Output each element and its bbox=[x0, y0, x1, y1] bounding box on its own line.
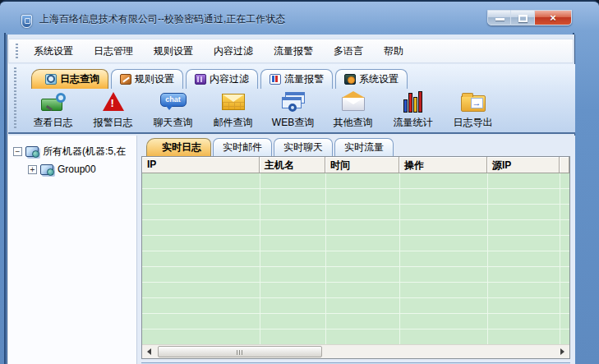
window-controls: × bbox=[487, 10, 572, 25]
view-log-button[interactable]: 查看日志 bbox=[23, 90, 83, 132]
tree-item-all-machines[interactable]: − 所有机器(机器:5,在 bbox=[8, 142, 136, 160]
log-tab-label: 实时流量 bbox=[344, 141, 384, 154]
table-body-empty bbox=[142, 173, 569, 344]
window-title: 上海百络信息技术有限公司--校验密码通过,正在工作状态 bbox=[39, 12, 285, 26]
mail-query-button[interactable]: 邮件查询 bbox=[203, 90, 263, 132]
tab-rule-settings[interactable]: 规则设置 bbox=[111, 69, 183, 89]
system-settings-icon bbox=[344, 74, 356, 85]
menu-system-settings[interactable]: 系统设置 bbox=[26, 41, 81, 62]
minimize-icon bbox=[495, 18, 505, 21]
minimize-button[interactable] bbox=[487, 10, 511, 25]
log-tab-label: 实时聊天 bbox=[283, 141, 323, 154]
close-button[interactable]: × bbox=[535, 10, 572, 25]
mail-query-icon bbox=[222, 94, 245, 110]
other-query-button[interactable]: 其他查询 bbox=[323, 90, 383, 132]
tab-realtime-traffic[interactable]: 实时流量 bbox=[334, 138, 394, 156]
collapse-box-icon[interactable]: − bbox=[13, 147, 22, 156]
grid-line bbox=[560, 173, 560, 344]
network-computers-icon bbox=[25, 146, 39, 157]
machine-tree-panel: − 所有机器(机器:5,在 + Group00 bbox=[8, 136, 137, 364]
tree-item-label: 所有机器(机器:5,在 bbox=[43, 145, 126, 159]
tool-label: 日志导出 bbox=[454, 116, 493, 130]
tool-label: WEB查询 bbox=[272, 116, 314, 130]
tool-label: 其他查询 bbox=[334, 116, 373, 130]
grid-line bbox=[487, 173, 488, 344]
other-query-icon bbox=[342, 97, 365, 111]
expand-box-icon[interactable]: + bbox=[28, 165, 37, 174]
tab-realtime-mail[interactable]: 实时邮件 bbox=[213, 138, 272, 156]
grid-line bbox=[399, 173, 400, 344]
log-tab-strip: 实时日志 实时邮件 实时聊天 实时流量 bbox=[146, 137, 395, 156]
log-tab-label: 实时邮件 bbox=[223, 141, 262, 154]
maximize-button[interactable] bbox=[511, 10, 535, 25]
window-left-border bbox=[4, 33, 6, 364]
menu-help[interactable]: 帮助 bbox=[376, 41, 411, 62]
menu-bar: 系统设置 日志管理 规则设置 内容过滤 流量报警 多语言 帮助 bbox=[8, 39, 574, 63]
menu-log-management[interactable]: 日志管理 bbox=[86, 41, 141, 62]
main-tab-strip: 日志查询 规则设置 内容过滤 流量报警 系统设置 bbox=[31, 67, 410, 89]
scroll-right-button[interactable] bbox=[555, 345, 569, 358]
alarm-log-icon: ! bbox=[103, 92, 124, 111]
log-view-panel: 实时日志 实时邮件 实时聊天 实时流量 IP 主机名 bbox=[141, 136, 570, 364]
column-header-hostname[interactable]: 主机名 bbox=[260, 157, 325, 173]
column-header-corner bbox=[560, 157, 569, 173]
scroll-left-button[interactable] bbox=[142, 345, 156, 358]
tree-item-group00[interactable]: + Group00 bbox=[8, 160, 136, 178]
horizontal-scrollbar[interactable] bbox=[142, 344, 569, 358]
column-header-operation[interactable]: 操作 bbox=[399, 157, 487, 173]
tab-label: 规则设置 bbox=[135, 72, 174, 86]
content-filter-icon bbox=[195, 74, 206, 85]
tab-realtime-chat[interactable]: 实时聊天 bbox=[274, 138, 333, 156]
scrollbar-thumb[interactable] bbox=[158, 346, 322, 357]
tab-realtime-log[interactable]: 实时日志 bbox=[146, 138, 211, 156]
realtime-log-table: IP 主机名 时间 操作 源IP bbox=[141, 156, 570, 359]
column-header-ip[interactable]: IP bbox=[142, 157, 260, 173]
traffic-stats-icon bbox=[403, 91, 422, 113]
web-query-icon bbox=[280, 92, 306, 112]
menu-content-filter[interactable]: 内容过滤 bbox=[206, 41, 260, 62]
rule-settings-icon bbox=[120, 74, 131, 85]
tool-label: 邮件查询 bbox=[214, 116, 253, 130]
ribbon-band: 日志查询 规则设置 内容过滤 流量报警 系统设置 bbox=[8, 64, 575, 134]
toolbar-drag-handle[interactable] bbox=[14, 67, 16, 128]
web-query-button[interactable]: WEB查询 bbox=[263, 90, 323, 132]
column-header-source-ip[interactable]: 源IP bbox=[487, 157, 560, 173]
tool-label: 报警日志 bbox=[94, 116, 133, 130]
traffic-stats-button[interactable]: 流量统计 bbox=[383, 90, 443, 132]
chat-query-button[interactable]: chat 聊天查询 bbox=[143, 90, 203, 132]
tab-content-filter[interactable]: 内容过滤 bbox=[186, 69, 258, 89]
arrow-right-icon bbox=[560, 348, 564, 355]
tab-label: 流量报警 bbox=[284, 72, 324, 86]
arrow-left-icon bbox=[147, 348, 151, 355]
content-area: − 所有机器(机器:5,在 + Group00 实时日志 实时邮件 bbox=[8, 136, 575, 364]
tool-label: 流量统计 bbox=[394, 116, 433, 130]
menu-rule-settings[interactable]: 规则设置 bbox=[146, 41, 200, 62]
log-export-icon: → bbox=[461, 95, 486, 112]
exclamation-glyph: ! bbox=[111, 97, 114, 109]
alarm-log-button[interactable]: ! 报警日志 bbox=[83, 90, 143, 132]
chat-query-icon: chat bbox=[160, 93, 187, 107]
tab-traffic-alarm[interactable]: 流量报警 bbox=[260, 69, 333, 89]
app-window: 上海百络信息技术有限公司--校验密码通过,正在工作状态 × 系统设置 日志管理 … bbox=[0, 0, 599, 364]
grid-line bbox=[260, 173, 260, 344]
app-shield-icon bbox=[21, 15, 32, 28]
maximize-icon bbox=[518, 15, 528, 22]
table-header-row: IP 主机名 时间 操作 源IP bbox=[142, 157, 569, 173]
titlebar: 上海百络信息技术有限公司--校验密码通过,正在工作状态 × bbox=[0, 2, 599, 35]
tool-label: 查看日志 bbox=[34, 116, 73, 130]
menubar-drag-handle[interactable] bbox=[16, 44, 18, 58]
export-arrow-icon: → bbox=[471, 98, 483, 108]
grid-line bbox=[325, 173, 326, 344]
tab-label: 系统设置 bbox=[359, 72, 399, 86]
traffic-alarm-icon bbox=[270, 74, 281, 85]
column-header-time[interactable]: 时间 bbox=[325, 157, 399, 173]
tab-log-query[interactable]: 日志查询 bbox=[31, 69, 108, 89]
log-query-icon bbox=[45, 74, 57, 85]
menu-language[interactable]: 多语言 bbox=[326, 41, 371, 62]
menu-traffic-alarm[interactable]: 流量报警 bbox=[266, 41, 320, 62]
log-export-button[interactable]: → 日志导出 bbox=[443, 90, 503, 132]
tab-system-settings[interactable]: 系统设置 bbox=[335, 69, 408, 89]
log-tab-label: 实时日志 bbox=[162, 141, 201, 154]
tab-label: 内容过滤 bbox=[210, 72, 249, 86]
client-area: 系统设置 日志管理 规则设置 内容过滤 流量报警 多语言 帮助 日志查询 规则设… bbox=[7, 35, 575, 364]
